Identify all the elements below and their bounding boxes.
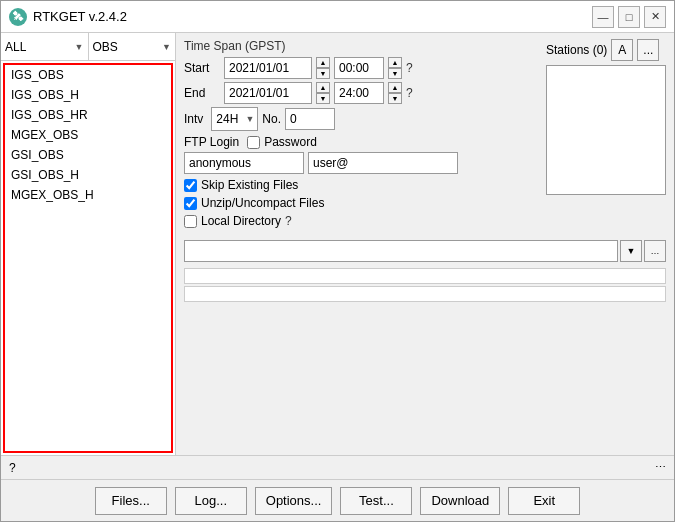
local-dir-checkbox[interactable] (184, 215, 197, 228)
status-bar: ? ⋯ (1, 455, 674, 479)
ftp-password-input[interactable] (308, 152, 458, 174)
ftp-login-input[interactable] (184, 152, 304, 174)
skip-existing-checkbox[interactable] (184, 179, 197, 192)
right-panel: Time Span (GPST) Start ▲ ▼ ▲ ▼ (176, 33, 674, 455)
category-filter-wrap[interactable]: ALL IGS MGEX GSI ▼ (1, 33, 89, 60)
window-title: RTKGET v.2.4.2 (33, 9, 127, 24)
unzip-checkbox[interactable] (184, 197, 197, 210)
files-button[interactable]: Files... (95, 487, 167, 515)
maximize-button[interactable]: □ (618, 6, 640, 28)
intv-label: Intv (184, 112, 203, 126)
skip-existing-label[interactable]: Skip Existing Files (184, 178, 538, 192)
button-bar: Files... Log... Options... Test... Downl… (1, 479, 674, 521)
title-controls: — □ ✕ (592, 6, 666, 28)
start-time-spinner[interactable]: ▲ ▼ (388, 57, 402, 79)
left-panel: ALL IGS MGEX GSI ▼ OBS NAV SP3 CLK ▼ (1, 33, 176, 455)
intv-select[interactable]: 1S 30S 1H 24H (212, 108, 257, 130)
skip-existing-text: Skip Existing Files (201, 178, 298, 192)
end-question[interactable]: ? (406, 86, 413, 100)
start-time-input[interactable] (334, 57, 384, 79)
start-time-down[interactable]: ▼ (388, 68, 402, 79)
list-item[interactable]: GSI_OBS_H (5, 165, 171, 185)
options-button[interactable]: Options... (255, 487, 333, 515)
local-dir-text: Local Directory (201, 214, 281, 228)
local-dir-question[interactable]: ? (285, 214, 292, 228)
end-date-down[interactable]: ▼ (316, 93, 330, 104)
stations-header: Stations (0) A ... (546, 39, 666, 61)
app-icon: 🛰 (9, 8, 27, 26)
list-item[interactable]: IGS_OBS_H (5, 85, 171, 105)
start-question[interactable]: ? (406, 61, 413, 75)
status-question[interactable]: ? (9, 461, 16, 475)
right-area-top: Time Span (GPST) Start ▲ ▼ ▲ ▼ (184, 39, 666, 232)
local-dir-label[interactable]: Local Directory (184, 214, 281, 228)
list-item[interactable]: MGEX_OBS (5, 125, 171, 145)
progress-area (184, 268, 666, 302)
end-time-down[interactable]: ▼ (388, 93, 402, 104)
password-checkbox[interactable] (247, 136, 260, 149)
type-filter[interactable]: OBS NAV SP3 CLK (89, 38, 176, 56)
time-span-title: Time Span (GPST) (184, 39, 538, 53)
download-button[interactable]: Download (420, 487, 500, 515)
end-time-up[interactable]: ▲ (388, 82, 402, 93)
end-label: End (184, 86, 220, 100)
station-list[interactable]: IGS_OBS IGS_OBS_H IGS_OBS_HR MGEX_OBS GS… (3, 63, 173, 453)
close-button[interactable]: ✕ (644, 6, 666, 28)
list-item[interactable]: IGS_OBS (5, 65, 171, 85)
stations-label: Stations (0) (546, 43, 607, 57)
list-item[interactable]: MGEX_OBS_H (5, 185, 171, 205)
path-input[interactable] (184, 240, 618, 262)
end-date-spinner[interactable]: ▲ ▼ (316, 82, 330, 104)
main-window: 🛰 RTKGET v.2.4.2 — □ ✕ ALL IGS MGEX GSI … (0, 0, 675, 522)
category-filter[interactable]: ALL IGS MGEX GSI (1, 38, 88, 56)
unzip-label[interactable]: Unzip/Uncompact Files (184, 196, 538, 210)
end-time-spinner[interactable]: ▲ ▼ (388, 82, 402, 104)
intv-row: Intv 1S 30S 1H 24H ▼ No. (184, 107, 538, 131)
start-date-input[interactable] (224, 57, 312, 79)
end-date-up[interactable]: ▲ (316, 82, 330, 93)
status-size-indicator: ⋯ (655, 461, 666, 474)
stations-box (546, 65, 666, 195)
start-date-spinner[interactable]: ▲ ▼ (316, 57, 330, 79)
password-label: Password (264, 135, 317, 149)
log-button[interactable]: Log... (175, 487, 247, 515)
progress-bar-1 (184, 268, 666, 284)
path-dropdown-button[interactable]: ▼ (620, 240, 642, 262)
checkboxes-section: Skip Existing Files Unzip/Uncompact File… (184, 178, 538, 228)
start-label: Start (184, 61, 220, 75)
path-browse-button[interactable]: … (644, 240, 666, 262)
title-bar: 🛰 RTKGET v.2.4.2 — □ ✕ (1, 1, 674, 33)
local-dir-row: Local Directory ? (184, 214, 538, 228)
ftp-row: FTP Login Password (184, 135, 538, 149)
no-input[interactable] (285, 108, 335, 130)
ftp-label: FTP Login (184, 135, 239, 149)
stations-a-button[interactable]: A (611, 39, 633, 61)
start-date-down[interactable]: ▼ (316, 68, 330, 79)
end-date-input[interactable] (224, 82, 312, 104)
center-section: Time Span (GPST) Start ▲ ▼ ▲ ▼ (184, 39, 538, 232)
unzip-text: Unzip/Uncompact Files (201, 196, 324, 210)
exit-button[interactable]: Exit (508, 487, 580, 515)
filter-row: ALL IGS MGEX GSI ▼ OBS NAV SP3 CLK ▼ (1, 33, 175, 61)
main-content: ALL IGS MGEX GSI ▼ OBS NAV SP3 CLK ▼ (1, 33, 674, 455)
ftp-inputs-row (184, 152, 538, 174)
end-time-input[interactable] (334, 82, 384, 104)
stations-section: Stations (0) A ... (546, 39, 666, 232)
start-date-up[interactable]: ▲ (316, 57, 330, 68)
title-bar-left: 🛰 RTKGET v.2.4.2 (9, 8, 127, 26)
path-row: ▼ … (184, 240, 666, 262)
list-item[interactable]: IGS_OBS_HR (5, 105, 171, 125)
progress-bar-2 (184, 286, 666, 302)
list-item[interactable]: GSI_OBS (5, 145, 171, 165)
start-time-up[interactable]: ▲ (388, 57, 402, 68)
minimize-button[interactable]: — (592, 6, 614, 28)
type-filter-wrap[interactable]: OBS NAV SP3 CLK ▼ (89, 33, 176, 60)
test-button[interactable]: Test... (340, 487, 412, 515)
no-label: No. (262, 112, 281, 126)
password-checkbox-label[interactable]: Password (247, 135, 317, 149)
intv-select-wrap[interactable]: 1S 30S 1H 24H ▼ (211, 107, 258, 131)
stations-dots-button[interactable]: ... (637, 39, 659, 61)
